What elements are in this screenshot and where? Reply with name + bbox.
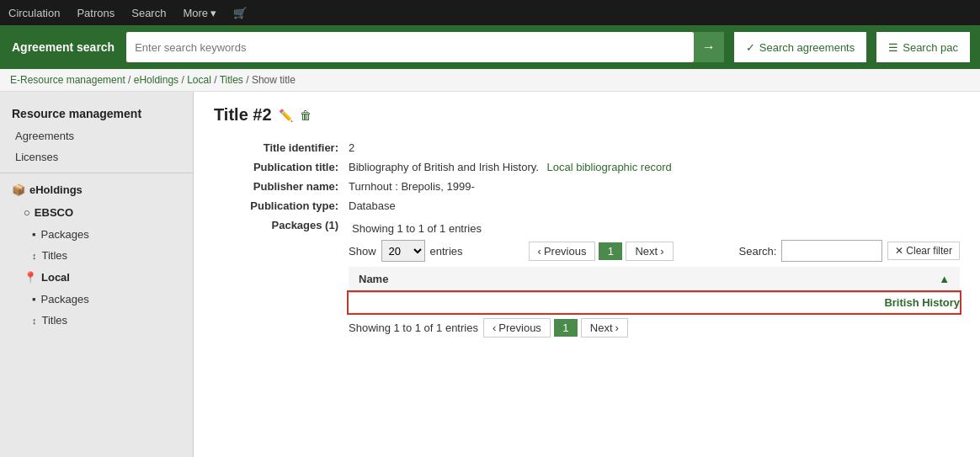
entries-label: entries <box>430 245 463 258</box>
agreement-search-label: Agreement search <box>0 25 126 69</box>
search-bar-row: Agreement search → ✓ Search agreements ☰… <box>0 25 980 69</box>
nav-more[interactable]: More ▾ <box>183 7 216 19</box>
local-titles-sort-icon: ↕ <box>32 316 37 326</box>
detail-row-packages: Packages (1) Showing 1 to 1 of 1 entries… <box>214 215 960 341</box>
delete-icon[interactable]: 🗑 <box>300 109 312 122</box>
dt-left-controls: Show 20 10 25 50 100 entries <box>349 240 463 262</box>
table-header-row: Name ▲ <box>349 267 960 292</box>
breadcrumb-eholdings[interactable]: eHoldings <box>134 74 178 86</box>
prev-button-top[interactable]: ‹ Previous <box>529 242 596 261</box>
next-bottom-chevron-icon: › <box>615 321 619 334</box>
search-go-button[interactable]: → <box>694 32 724 62</box>
showing-text-top: Showing 1 to 1 of 1 entries <box>349 222 960 235</box>
sidebar-item-local-titles[interactable]: ↕ Titles <box>0 310 193 331</box>
publisher-name-label: Publisher name: <box>214 177 349 196</box>
sidebar-item-titles[interactable]: ↕ Titles <box>0 245 193 266</box>
detail-row-pub-type: Publication type: Database <box>214 196 960 215</box>
table-row[interactable]: British History <box>349 292 960 313</box>
next-chevron-icon: › <box>660 245 663 258</box>
dt-search-input[interactable] <box>781 240 882 262</box>
sidebar-item-agreements[interactable]: Agreements <box>0 125 193 146</box>
publication-type-value: Database <box>349 196 960 215</box>
packages-section: Showing 1 to 1 of 1 entries Show 20 10 2… <box>349 222 960 337</box>
breadcrumb: E-Resource management / eHoldings / Loca… <box>0 69 980 92</box>
eholdings-icon: 📦 <box>12 183 25 196</box>
title-identifier-label: Title identifier: <box>214 138 349 157</box>
list-icon: ☰ <box>888 41 898 54</box>
checkmark-icon: ✓ <box>746 41 755 54</box>
ebsco-icon: ○ <box>24 206 30 219</box>
publisher-name-value: Turnhout : Brepolis, 1999- <box>349 177 960 196</box>
detail-row-publisher: Publisher name: Turnhout : Brepolis, 199… <box>214 177 960 196</box>
sidebar-local-group[interactable]: 📍 Local <box>0 266 193 289</box>
sidebar-item-local-packages[interactable]: ▪ Packages <box>0 289 193 310</box>
detail-row-publication-title: Publication title: Bibliography of Briti… <box>214 157 960 177</box>
next-button-top[interactable]: Next › <box>626 242 673 261</box>
publication-title-label: Publication title: <box>214 157 349 177</box>
nav-circulation[interactable]: Circulation <box>8 7 60 19</box>
local-location-icon: 📍 <box>24 271 37 284</box>
top-navigation: Circulation Patrons Search More ▾ 🛒 <box>0 0 980 25</box>
local-package-icon: ▪ <box>32 293 36 306</box>
breadcrumb-local[interactable]: Local <box>187 74 211 86</box>
search-pac-button[interactable]: ☰ Search pac <box>876 32 970 62</box>
breadcrumb-titles[interactable]: Titles <box>220 74 243 86</box>
title-identifier-value: 2 <box>349 138 960 157</box>
sidebar-ebsco-group[interactable]: ○ EBSCO <box>0 201 193 224</box>
search-input[interactable] <box>126 32 694 62</box>
show-entries-select[interactable]: 20 10 25 50 100 <box>381 240 425 262</box>
page-1-button-top[interactable]: 1 <box>599 242 622 260</box>
breadcrumb-current: Show title <box>252 74 296 86</box>
sidebar-eholdings-group[interactable]: 📦 eHoldings <box>0 178 193 201</box>
nav-search[interactable]: Search <box>131 7 166 19</box>
datatable-controls-top: Show 20 10 25 50 100 entries <box>349 240 960 262</box>
nav-cart[interactable]: 🛒 <box>233 7 247 19</box>
dt-right-controls: Search: ✕ Clear filter <box>739 240 961 262</box>
showing-text-bottom: Showing 1 to 1 of 1 entries <box>349 321 478 334</box>
packages-table: Name ▲ British History <box>349 267 960 313</box>
titles-sort-icon: ↕ <box>32 251 37 261</box>
page-title-row: Title #2 ✏️ 🗑 <box>214 105 960 125</box>
publication-type-label: Publication type: <box>214 196 349 215</box>
sidebar: Resource management Agreements Licenses … <box>0 92 194 457</box>
nav-patrons[interactable]: Patrons <box>77 7 115 19</box>
dt-pagination-top: ‹ Previous 1 Next › <box>529 242 674 261</box>
prev-chevron-icon: ‹ <box>538 245 541 258</box>
prev-button-bottom[interactable]: ‹ Previous <box>483 318 551 337</box>
packages-content: Showing 1 to 1 of 1 entries Show 20 10 2… <box>349 215 960 341</box>
packages-label: Packages (1) <box>214 215 349 341</box>
dt-pagination-bottom: ‹ Previous 1 Next › <box>483 318 628 337</box>
content-area: Title #2 ✏️ 🗑 Title identifier: 2 Public… <box>194 92 980 457</box>
detail-table: Title identifier: 2 Publication title: B… <box>214 138 960 341</box>
right-buttons: ✓ Search agreements ☰ Search pac <box>724 32 980 62</box>
sort-asc-icon: ▲ <box>939 273 950 285</box>
publication-title-value: Bibliography of British and Irish Histor… <box>349 157 960 177</box>
edit-icon[interactable]: ✏️ <box>279 109 293 122</box>
search-input-wrapper <box>126 32 694 62</box>
page-title: Title #2 <box>214 105 272 125</box>
page-1-button-bottom[interactable]: 1 <box>554 319 578 337</box>
column-header-name[interactable]: Name ▲ <box>349 267 960 292</box>
british-history-link[interactable]: British History <box>884 296 960 309</box>
sidebar-section-title: Resource management <box>0 100 193 125</box>
main-layout: Resource management Agreements Licenses … <box>0 92 980 457</box>
prev-bottom-chevron-icon: ‹ <box>493 321 496 334</box>
clear-x-icon: ✕ <box>895 245 903 257</box>
dt-search-label: Search: <box>739 245 777 258</box>
package-icon: ▪ <box>32 228 36 241</box>
detail-row-title-identifier: Title identifier: 2 <box>214 138 960 157</box>
breadcrumb-eresource[interactable]: E-Resource management <box>10 74 125 86</box>
search-agreements-button[interactable]: ✓ Search agreements <box>734 32 866 62</box>
show-label: Show <box>349 245 376 258</box>
sidebar-item-licenses[interactable]: Licenses <box>0 146 193 167</box>
bottom-controls: Showing 1 to 1 of 1 entries ‹ Previous 1… <box>349 318 960 337</box>
clear-filter-button[interactable]: ✕ Clear filter <box>887 242 960 260</box>
local-biblio-link[interactable]: Local bibliographic record <box>547 161 672 173</box>
package-name-cell: British History <box>349 292 960 313</box>
sidebar-item-packages[interactable]: ▪ Packages <box>0 224 193 245</box>
next-button-bottom[interactable]: Next › <box>581 318 628 337</box>
